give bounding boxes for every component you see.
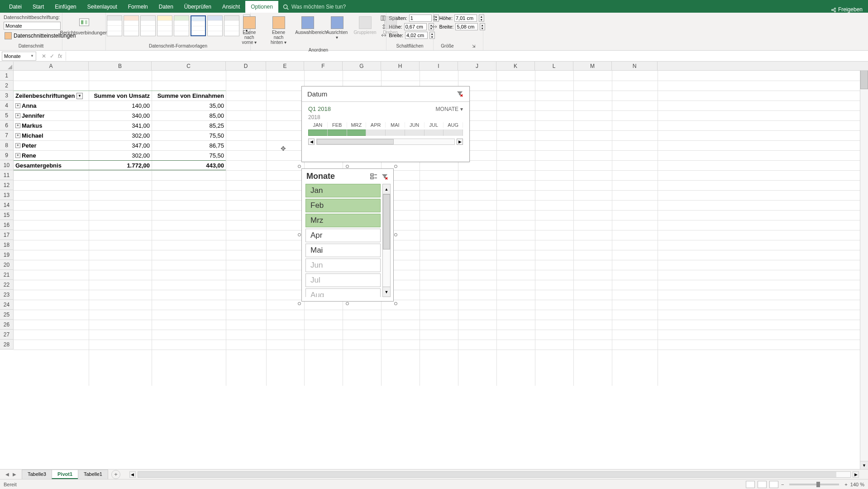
sheet-tab-pivot1[interactable]: Pivot1 <box>52 470 78 479</box>
row-header-17[interactable]: 17 <box>0 230 13 240</box>
slicer-item-feb[interactable]: Feb <box>305 199 381 212</box>
row-header-11[interactable]: 11 <box>0 170 13 180</box>
size-width-spinner[interactable]: ▴▾ <box>480 23 485 30</box>
col-header-L[interactable]: L <box>535 62 573 70</box>
row-header-9[interactable]: 9 <box>0 150 13 160</box>
row-header-13[interactable]: 13 <box>0 190 13 200</box>
size-width-input[interactable] <box>455 23 478 30</box>
tab-optionen[interactable]: Optionen <box>245 1 278 13</box>
row-header-6[interactable]: 6 <box>0 120 13 130</box>
name-box[interactable]: Monate▼ <box>2 52 36 61</box>
row-header-21[interactable]: 21 <box>0 270 13 280</box>
row-header-14[interactable]: 14 <box>0 200 13 210</box>
enter-icon[interactable]: ✓ <box>50 53 54 59</box>
tab-seitenlayout[interactable]: Seitenlayout <box>82 1 123 13</box>
tab-einfügen[interactable]: Einfügen <box>49 1 81 13</box>
style-swatch-0[interactable] <box>107 15 122 36</box>
slicer-style-gallery[interactable] <box>106 14 240 37</box>
zoom-slider[interactable] <box>789 484 839 485</box>
sheet-tab-tabelle1[interactable]: Tabelle1 <box>78 470 108 479</box>
col-header-H[interactable]: H <box>381 62 420 70</box>
arrange-ebene-nach-hinten[interactable]: Ebene nach hinten ▾ <box>266 14 291 47</box>
row-header-2[interactable]: 2 <box>0 81 13 91</box>
col-header-F[interactable]: F <box>304 62 343 70</box>
expand-button[interactable]: + <box>15 143 20 148</box>
row-header-24[interactable]: 24 <box>0 300 13 310</box>
columns-input[interactable] <box>409 14 432 22</box>
expand-button[interactable]: + <box>15 113 20 118</box>
col-header-N[interactable]: N <box>612 62 658 70</box>
view-page-break-button[interactable] <box>769 481 778 488</box>
row-header-7[interactable]: 7 <box>0 130 13 140</box>
slicer-clear-filter-icon[interactable] <box>381 173 389 181</box>
expand-button[interactable]: + <box>15 153 20 158</box>
slicer-item-jul[interactable]: Jul <box>305 273 381 287</box>
col-header-E[interactable]: E <box>266 62 304 70</box>
tab-start[interactable]: Start <box>27 1 49 13</box>
row-header-3[interactable]: 3 <box>0 91 13 101</box>
slicer-multiselect-icon[interactable] <box>370 173 378 181</box>
row-header-26[interactable]: 26 <box>0 320 13 330</box>
pivot-row-peter[interactable]: +Peter <box>14 140 89 150</box>
slicer-scroll-down[interactable]: ▼ <box>383 287 390 297</box>
tab-formeln[interactable]: Formeln <box>123 1 153 13</box>
hscroll-right[interactable]: ▶ <box>853 471 859 478</box>
tab-daten[interactable]: Daten <box>153 1 179 13</box>
row-header-12[interactable]: 12 <box>0 180 13 190</box>
style-swatch-4[interactable] <box>174 15 189 36</box>
slicer-item-mrz[interactable]: Mrz <box>305 214 381 227</box>
resize-handle-nw[interactable] <box>298 165 301 168</box>
timeline-datum[interactable]: Datum Q1 2018 MONATE ▾ 2018 JANFEBMRZAPR… <box>301 86 470 162</box>
horizontal-scrollbar[interactable] <box>138 471 851 478</box>
row-header-23[interactable]: 23 <box>0 290 13 300</box>
pivot-row-anna[interactable]: +Anna <box>14 101 89 110</box>
pivot-header-rows[interactable]: Zeilenbeschriftungen▾ <box>14 91 89 101</box>
zoom-out-button[interactable]: − <box>781 482 784 487</box>
report-connections-button[interactable]: Berichtsverbindungen <box>57 14 110 37</box>
dialog-launcher-icon[interactable]: ⇲ <box>472 44 476 48</box>
slicer-item-jan[interactable]: Jan <box>305 184 381 197</box>
row-header-16[interactable]: 16 <box>0 220 13 230</box>
row-header-28[interactable]: 28 <box>0 340 13 350</box>
fx-icon[interactable]: fx <box>58 53 62 59</box>
pivot-row-markus[interactable]: +Markus <box>14 120 89 130</box>
zoom-level[interactable]: 140 % <box>850 482 864 487</box>
row-header-1[interactable]: 1 <box>0 71 13 81</box>
slicer-scroll-up[interactable]: ▲ <box>383 184 390 194</box>
size-height-input[interactable] <box>454 14 477 22</box>
timeline-scroll-left[interactable]: ◀ <box>308 139 315 145</box>
pivot-row-michael[interactable]: +Michael <box>14 130 89 140</box>
size-height-spinner[interactable]: ▴▾ <box>479 14 484 22</box>
expand-button[interactable]: + <box>15 103 20 108</box>
expand-button[interactable]: + <box>15 133 20 138</box>
col-header-J[interactable]: J <box>458 62 496 70</box>
select-all-corner[interactable] <box>0 62 14 70</box>
row-header-10[interactable]: 10 <box>0 160 13 170</box>
row-header-18[interactable]: 18 <box>0 240 13 250</box>
resize-handle-w[interactable] <box>298 233 301 236</box>
pivot-filter-button[interactable]: ▾ <box>76 93 83 99</box>
resize-handle-sw[interactable] <box>298 302 301 305</box>
tell-me-search[interactable]: Was möchten Sie tun? <box>280 1 348 13</box>
tab-datei[interactable]: Datei <box>4 1 27 13</box>
col-header-K[interactable]: K <box>496 62 535 70</box>
tab-ansicht[interactable]: Ansicht <box>217 1 245 13</box>
col-header-A[interactable]: A <box>14 62 89 70</box>
resize-handle-ne[interactable] <box>394 165 397 168</box>
pivot-row-rene[interactable]: +Rene <box>14 150 89 160</box>
style-swatch-6[interactable] <box>207 15 223 36</box>
view-normal-button[interactable] <box>746 481 755 488</box>
slicer-item-aug[interactable]: Aug <box>305 288 381 297</box>
col-header-D[interactable]: D <box>226 62 266 70</box>
slicer-scrollbar[interactable]: ▲ ▼ <box>382 184 391 297</box>
spreadsheet-grid[interactable]: ABCDEFGHIJKLMN 1234567891011121314151617… <box>0 62 868 386</box>
row-header-4[interactable]: 4 <box>0 101 13 110</box>
pivot-row-jennifer[interactable]: +Jennifer <box>14 110 89 120</box>
resize-handle-s[interactable] <box>346 302 349 305</box>
arrange-ausrichten[interactable]: Ausrichten ▾ <box>324 14 350 42</box>
expand-button[interactable]: + <box>15 123 20 128</box>
slicer-caption-input[interactable] <box>4 22 61 30</box>
timeline-bar[interactable] <box>308 129 463 136</box>
add-sheet-button[interactable]: + <box>111 470 120 479</box>
share-button[interactable]: Freigeben <box>831 6 863 13</box>
